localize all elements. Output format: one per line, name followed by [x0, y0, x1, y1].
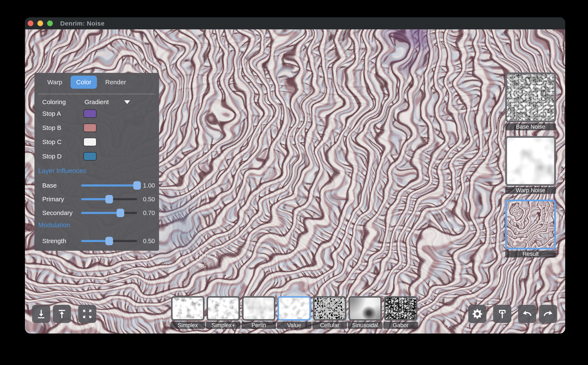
settings-button[interactable] — [468, 305, 486, 323]
upload-icon — [56, 309, 67, 319]
sinusoidal-label: Sinusoidal — [348, 322, 383, 329]
redo-button[interactable] — [539, 305, 557, 323]
primary-slider-row: Primary 0.50 — [35, 194, 159, 205]
export-icon — [497, 309, 508, 319]
stop-d-swatch[interactable] — [84, 152, 97, 161]
tab-warp[interactable]: Warp — [43, 76, 67, 89]
modulation-heading: Modulation — [38, 221, 70, 229]
warp-noise-image — [507, 138, 554, 184]
stop-b-swatch[interactable] — [84, 124, 97, 132]
perlin-label: Perlin — [241, 322, 276, 329]
strength-value: 0.50 — [143, 238, 155, 245]
value-label: Value — [277, 322, 312, 329]
value-thumbnail-image — [279, 298, 309, 319]
download-icon — [36, 309, 47, 319]
simplex-plus-thumbnail-image — [208, 298, 238, 319]
noise-type-selector: Simplex Simplex+ Perlin Value Cellular S… — [171, 296, 417, 329]
base-value: 1.00 — [143, 182, 155, 189]
expand-button[interactable] — [78, 305, 96, 323]
secondary-slider-row: Secondary 0.70 — [35, 207, 159, 218]
noise-type-simplex[interactable]: Simplex — [171, 296, 204, 329]
result-image — [505, 200, 556, 249]
stop-a-swatch[interactable] — [84, 109, 97, 118]
upload-button[interactable] — [53, 305, 71, 323]
secondary-label: Secondary — [42, 209, 81, 217]
secondary-slider[interactable] — [81, 207, 137, 218]
primary-value: 0.50 — [143, 196, 155, 203]
strength-slider-handle[interactable] — [105, 237, 113, 245]
noise-type-gabor[interactable]: Gabor — [384, 296, 417, 329]
minimize-button[interactable] — [37, 21, 43, 26]
strength-slider[interactable] — [81, 236, 137, 246]
simplex-thumbnail-image — [173, 298, 203, 319]
chevron-down-icon[interactable] — [124, 100, 130, 104]
title-bar: Denrim: Noise — [25, 17, 565, 29]
secondary-value: 0.70 — [143, 210, 155, 217]
app-window: Denrim: Noise Warp Color Render Coloring… — [25, 17, 565, 334]
expand-icon — [82, 309, 93, 319]
stop-a-row: Stop A — [35, 108, 159, 119]
base-noise-image — [507, 74, 554, 121]
simplex-label: Simplex — [170, 322, 205, 329]
simplex-plus-label: Simplex+ — [206, 322, 241, 329]
cellular-thumbnail-image — [315, 298, 345, 319]
zoom-button[interactable] — [47, 21, 53, 26]
stop-b-row: Stop B — [35, 122, 159, 133]
tab-bar: Warp Color Render — [35, 76, 159, 89]
undo-button[interactable] — [518, 305, 536, 323]
warp-noise-preview[interactable]: Warp Noise — [505, 136, 556, 194]
stop-c-row: Stop C — [35, 136, 159, 147]
base-noise-label: Base Noise — [505, 123, 556, 130]
coloring-label: Coloring — [42, 98, 81, 106]
secondary-slider-handle[interactable] — [117, 209, 124, 217]
noise-type-simplex-plus[interactable]: Simplex+ — [207, 296, 240, 329]
traffic-lights — [28, 21, 53, 26]
warp-noise-label: Warp Noise — [505, 187, 556, 194]
tab-divider — [38, 94, 155, 94]
primary-slider-handle[interactable] — [105, 195, 113, 204]
sinusoidal-thumbnail-image — [350, 298, 380, 319]
stop-b-label: Stop B — [42, 124, 81, 131]
base-noise-preview[interactable]: Base Noise — [505, 72, 556, 130]
tab-render[interactable]: Render — [101, 76, 130, 89]
window-title: Denrim: Noise — [60, 20, 105, 27]
base-slider[interactable] — [81, 180, 137, 191]
noise-type-sinusoidal[interactable]: Sinusoidal — [349, 296, 382, 329]
warp-noise-thumbnail[interactable] — [505, 136, 556, 186]
toolbar-right — [468, 305, 557, 323]
primary-label: Primary — [42, 196, 81, 203]
stop-c-swatch[interactable] — [84, 138, 97, 146]
base-noise-thumbnail[interactable] — [505, 72, 556, 122]
strength-slider-row: Strength 0.50 — [35, 236, 159, 246]
stop-c-label: Stop C — [42, 138, 81, 146]
preview-column: Base Noise Warp Noise Result — [505, 72, 556, 263]
toolbar-left — [32, 305, 96, 323]
stop-d-row: Stop D — [35, 151, 159, 162]
result-label: Result — [505, 251, 556, 258]
settings-panel: Warp Color Render Coloring Gradient Stop… — [35, 73, 159, 251]
export-button[interactable] — [493, 305, 511, 323]
base-label: Base — [42, 182, 81, 189]
result-preview[interactable]: Result — [505, 200, 556, 258]
noise-type-perlin[interactable]: Perlin — [242, 296, 275, 329]
close-button[interactable] — [28, 21, 33, 26]
base-slider-handle[interactable] — [133, 181, 141, 190]
coloring-dropdown-value[interactable]: Gradient — [84, 98, 120, 106]
coloring-row: Coloring Gradient — [35, 97, 159, 107]
download-button[interactable] — [32, 305, 50, 323]
settings-gear-icon — [472, 309, 483, 319]
stop-d-label: Stop D — [42, 153, 81, 160]
base-slider-row: Base 1.00 — [35, 180, 159, 191]
undo-icon — [522, 309, 533, 319]
noise-type-value[interactable]: Value — [278, 296, 311, 329]
noise-type-cellular[interactable]: Cellular — [313, 296, 346, 329]
desktop-background: Denrim: Noise Warp Color Render Coloring… — [0, 0, 588, 365]
gabor-label: Gabor — [383, 322, 418, 329]
strength-label: Strength — [42, 238, 81, 245]
cellular-label: Cellular — [312, 322, 347, 329]
gabor-thumbnail-image — [385, 298, 416, 319]
primary-slider[interactable] — [81, 194, 137, 205]
tab-color[interactable]: Color — [70, 76, 97, 89]
result-thumbnail[interactable] — [505, 200, 556, 249]
layer-influences-heading: Layer Influences — [38, 167, 86, 175]
